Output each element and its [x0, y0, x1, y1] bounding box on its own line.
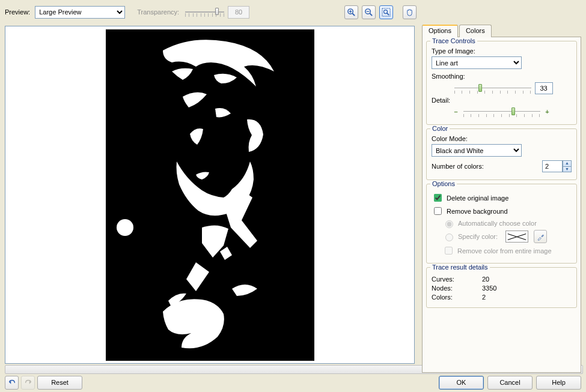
tab-bar: Options Colors [422, 24, 581, 37]
remove-background-input[interactable] [434, 207, 442, 215]
tab-body: Trace Controls Type of Image: Line art S… [422, 37, 581, 373]
traced-image [106, 29, 314, 361]
specify-color-input [445, 234, 453, 241]
color-mode-select[interactable]: Black and White [432, 144, 522, 157]
delete-original-checkbox[interactable]: Delete original image [432, 192, 572, 204]
undo-button[interactable] [5, 376, 19, 390]
spin-down[interactable]: ▼ [563, 166, 572, 172]
preview-area[interactable] [5, 26, 415, 364]
nodes-label: Nodes: [432, 285, 482, 292]
pan-button[interactable] [403, 5, 417, 19]
transparency-value: 80 [228, 6, 249, 19]
delete-original-label: Delete original image [447, 194, 508, 202]
smoothing-value[interactable]: 33 [535, 82, 553, 94]
zoom-out-button[interactable] [362, 5, 376, 19]
specify-color-radio: Specify color: [442, 230, 572, 243]
group-trace-controls: Trace Controls Type of Image: Line art S… [426, 41, 577, 125]
type-of-image-select[interactable]: Line art [432, 56, 522, 69]
top-bar: Preview: Large Preview Transparency: 80 [0, 0, 586, 20]
remove-from-entire-checkbox: Remove color from entire image [442, 245, 572, 256]
num-colors-spinner[interactable]: 2 ▲▼ [542, 160, 572, 172]
curves-label: Curves: [432, 276, 482, 283]
smoothing-label: Smoothing: [432, 73, 572, 80]
delete-original-input[interactable] [434, 194, 442, 202]
num-colors-value[interactable]: 2 [542, 160, 563, 172]
color-swatch [505, 231, 528, 243]
zoom-in-button[interactable] [344, 5, 358, 19]
curves-value: 20 [482, 276, 489, 283]
svg-line-5 [370, 13, 372, 16]
group-results: Trace result details Curves:20 Nodes:335… [426, 267, 577, 308]
eyedropper-icon [537, 233, 545, 241]
group-color: Color Color Mode: Black and White Number… [426, 128, 577, 180]
colors-value: 2 [482, 294, 486, 301]
type-of-image-label: Type of Image: [432, 47, 572, 55]
svg-point-11 [117, 219, 133, 236]
detail-minus[interactable]: – [453, 108, 460, 115]
undo-icon [8, 378, 16, 387]
zoom-fit-button[interactable] [379, 5, 393, 19]
nodes-value: 3350 [482, 285, 496, 292]
remove-background-checkbox[interactable]: Remove background [432, 205, 572, 217]
detail-plus[interactable]: + [544, 108, 551, 115]
svg-line-1 [352, 13, 355, 16]
auto-color-radio: Automatically choose color [442, 219, 572, 228]
hand-icon [405, 8, 414, 17]
tab-options[interactable]: Options [422, 25, 458, 37]
help-button[interactable]: Help [536, 376, 581, 390]
remove-background-label: Remove background [447, 208, 508, 215]
num-colors-label: Number of colors: [432, 163, 484, 170]
group-title-options: Options [430, 180, 457, 187]
tab-colors[interactable]: Colors [459, 25, 492, 37]
zoom-out-icon [364, 8, 373, 17]
colors-label: Colors: [432, 294, 482, 301]
specify-color-label: Specify color: [458, 233, 498, 240]
spin-up[interactable]: ▲ [563, 160, 572, 166]
svg-point-8 [384, 10, 388, 13]
side-panel: Options Colors Trace Controls Type of Im… [422, 24, 581, 373]
view-tools [344, 5, 417, 19]
preview-select[interactable]: Large Preview [35, 6, 125, 19]
remove-from-entire-label: Remove color from entire image [457, 247, 552, 255]
auto-color-label: Automatically choose color [458, 220, 537, 227]
group-title-color: Color [430, 125, 450, 132]
smoothing-slider[interactable] [454, 83, 531, 94]
redo-icon [24, 378, 32, 387]
portrait-silhouette [106, 29, 314, 361]
auto-color-input [445, 220, 453, 228]
zoom-fit-icon [382, 8, 391, 17]
cancel-button[interactable]: Cancel [487, 376, 533, 390]
detail-label: Detail: [432, 97, 572, 104]
zoom-in-icon [347, 8, 356, 17]
eyedropper-button [534, 230, 547, 243]
transparency-slider: 80 [185, 6, 249, 19]
remove-from-entire-input [445, 247, 453, 255]
redo-button [21, 376, 35, 390]
bottom-bar: Reset OK Cancel Help [0, 375, 586, 392]
reset-button[interactable]: Reset [37, 376, 82, 390]
svg-line-9 [387, 13, 389, 14]
preview-label: Preview: [5, 8, 30, 16]
group-options: Options Delete original image Remove bac… [426, 184, 577, 264]
transparency-label: Transparency: [137, 8, 179, 16]
group-title-trace: Trace Controls [430, 37, 477, 44]
group-title-results: Trace result details [430, 264, 490, 271]
detail-slider[interactable] [463, 106, 540, 117]
color-mode-label: Color Mode: [432, 135, 572, 142]
ok-button[interactable]: OK [439, 376, 484, 390]
